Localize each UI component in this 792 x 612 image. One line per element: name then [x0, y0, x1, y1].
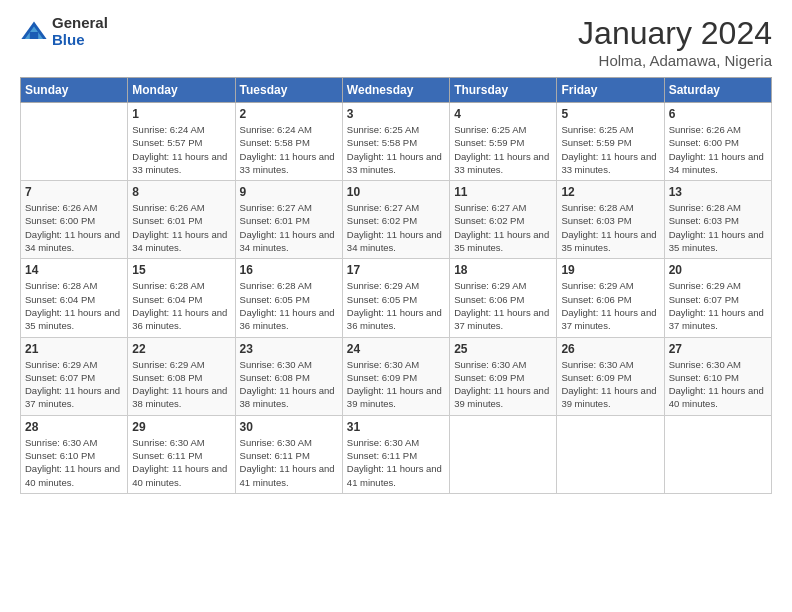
logo-icon: [20, 18, 48, 46]
day-cell-2-3: 17Sunrise: 6:29 AM Sunset: 6:05 PM Dayli…: [342, 259, 449, 337]
week-row-2: 14Sunrise: 6:28 AM Sunset: 6:04 PM Dayli…: [21, 259, 772, 337]
day-number-4-2: 30: [240, 420, 338, 434]
day-cell-1-6: 13Sunrise: 6:28 AM Sunset: 6:03 PM Dayli…: [664, 181, 771, 259]
header-sunday: Sunday: [21, 78, 128, 103]
day-number-2-5: 19: [561, 263, 659, 277]
header-friday: Friday: [557, 78, 664, 103]
day-cell-3-1: 22Sunrise: 6:29 AM Sunset: 6:08 PM Dayli…: [128, 337, 235, 415]
svg-rect-2: [30, 32, 38, 39]
day-number-0-2: 2: [240, 107, 338, 121]
day-detail-1-1: Sunrise: 6:26 AM Sunset: 6:01 PM Dayligh…: [132, 201, 230, 254]
header-thursday: Thursday: [450, 78, 557, 103]
day-cell-4-3: 31Sunrise: 6:30 AM Sunset: 6:11 PM Dayli…: [342, 415, 449, 493]
day-number-1-6: 13: [669, 185, 767, 199]
day-cell-4-1: 29Sunrise: 6:30 AM Sunset: 6:11 PM Dayli…: [128, 415, 235, 493]
logo-text: General Blue: [52, 15, 108, 48]
day-cell-0-0: [21, 103, 128, 181]
day-cell-0-2: 2Sunrise: 6:24 AM Sunset: 5:58 PM Daylig…: [235, 103, 342, 181]
day-cell-2-2: 16Sunrise: 6:28 AM Sunset: 6:05 PM Dayli…: [235, 259, 342, 337]
day-detail-1-2: Sunrise: 6:27 AM Sunset: 6:01 PM Dayligh…: [240, 201, 338, 254]
day-cell-0-1: 1Sunrise: 6:24 AM Sunset: 5:57 PM Daylig…: [128, 103, 235, 181]
calendar-subtitle: Holma, Adamawa, Nigeria: [578, 52, 772, 69]
day-number-0-5: 5: [561, 107, 659, 121]
day-number-1-3: 10: [347, 185, 445, 199]
day-cell-3-3: 24Sunrise: 6:30 AM Sunset: 6:09 PM Dayli…: [342, 337, 449, 415]
day-detail-4-2: Sunrise: 6:30 AM Sunset: 6:11 PM Dayligh…: [240, 436, 338, 489]
day-cell-0-3: 3Sunrise: 6:25 AM Sunset: 5:58 PM Daylig…: [342, 103, 449, 181]
day-number-2-0: 14: [25, 263, 123, 277]
logo-general-text: General: [52, 15, 108, 32]
day-detail-2-4: Sunrise: 6:29 AM Sunset: 6:06 PM Dayligh…: [454, 279, 552, 332]
header-saturday: Saturday: [664, 78, 771, 103]
logo-blue-text: Blue: [52, 32, 108, 49]
day-cell-3-6: 27Sunrise: 6:30 AM Sunset: 6:10 PM Dayli…: [664, 337, 771, 415]
day-detail-0-2: Sunrise: 6:24 AM Sunset: 5:58 PM Dayligh…: [240, 123, 338, 176]
day-detail-3-5: Sunrise: 6:30 AM Sunset: 6:09 PM Dayligh…: [561, 358, 659, 411]
day-number-1-1: 8: [132, 185, 230, 199]
day-detail-1-3: Sunrise: 6:27 AM Sunset: 6:02 PM Dayligh…: [347, 201, 445, 254]
header: General Blue January 2024 Holma, Adamawa…: [20, 15, 772, 69]
day-cell-2-0: 14Sunrise: 6:28 AM Sunset: 6:04 PM Dayli…: [21, 259, 128, 337]
day-number-4-3: 31: [347, 420, 445, 434]
day-number-1-4: 11: [454, 185, 552, 199]
day-cell-0-6: 6Sunrise: 6:26 AM Sunset: 6:00 PM Daylig…: [664, 103, 771, 181]
day-cell-2-1: 15Sunrise: 6:28 AM Sunset: 6:04 PM Dayli…: [128, 259, 235, 337]
day-number-3-0: 21: [25, 342, 123, 356]
day-cell-2-5: 19Sunrise: 6:29 AM Sunset: 6:06 PM Dayli…: [557, 259, 664, 337]
day-number-1-0: 7: [25, 185, 123, 199]
day-detail-1-4: Sunrise: 6:27 AM Sunset: 6:02 PM Dayligh…: [454, 201, 552, 254]
day-number-4-1: 29: [132, 420, 230, 434]
day-number-0-1: 1: [132, 107, 230, 121]
page: General Blue January 2024 Holma, Adamawa…: [0, 0, 792, 612]
day-detail-3-3: Sunrise: 6:30 AM Sunset: 6:09 PM Dayligh…: [347, 358, 445, 411]
day-detail-0-3: Sunrise: 6:25 AM Sunset: 5:58 PM Dayligh…: [347, 123, 445, 176]
day-cell-4-4: [450, 415, 557, 493]
day-number-2-4: 18: [454, 263, 552, 277]
day-cell-1-3: 10Sunrise: 6:27 AM Sunset: 6:02 PM Dayli…: [342, 181, 449, 259]
day-detail-2-0: Sunrise: 6:28 AM Sunset: 6:04 PM Dayligh…: [25, 279, 123, 332]
day-number-3-4: 25: [454, 342, 552, 356]
day-number-3-3: 24: [347, 342, 445, 356]
day-cell-3-5: 26Sunrise: 6:30 AM Sunset: 6:09 PM Dayli…: [557, 337, 664, 415]
day-cell-0-4: 4Sunrise: 6:25 AM Sunset: 5:59 PM Daylig…: [450, 103, 557, 181]
day-detail-2-1: Sunrise: 6:28 AM Sunset: 6:04 PM Dayligh…: [132, 279, 230, 332]
day-number-2-2: 16: [240, 263, 338, 277]
day-cell-1-1: 8Sunrise: 6:26 AM Sunset: 6:01 PM Daylig…: [128, 181, 235, 259]
day-number-1-2: 9: [240, 185, 338, 199]
day-detail-2-6: Sunrise: 6:29 AM Sunset: 6:07 PM Dayligh…: [669, 279, 767, 332]
week-row-1: 7Sunrise: 6:26 AM Sunset: 6:00 PM Daylig…: [21, 181, 772, 259]
calendar-header-row: Sunday Monday Tuesday Wednesday Thursday…: [21, 78, 772, 103]
day-number-2-1: 15: [132, 263, 230, 277]
week-row-4: 28Sunrise: 6:30 AM Sunset: 6:10 PM Dayli…: [21, 415, 772, 493]
day-number-3-5: 26: [561, 342, 659, 356]
header-wednesday: Wednesday: [342, 78, 449, 103]
day-detail-0-1: Sunrise: 6:24 AM Sunset: 5:57 PM Dayligh…: [132, 123, 230, 176]
day-detail-4-1: Sunrise: 6:30 AM Sunset: 6:11 PM Dayligh…: [132, 436, 230, 489]
day-detail-1-0: Sunrise: 6:26 AM Sunset: 6:00 PM Dayligh…: [25, 201, 123, 254]
day-detail-0-4: Sunrise: 6:25 AM Sunset: 5:59 PM Dayligh…: [454, 123, 552, 176]
title-block: January 2024 Holma, Adamawa, Nigeria: [578, 15, 772, 69]
day-cell-1-5: 12Sunrise: 6:28 AM Sunset: 6:03 PM Dayli…: [557, 181, 664, 259]
day-cell-4-2: 30Sunrise: 6:30 AM Sunset: 6:11 PM Dayli…: [235, 415, 342, 493]
day-cell-1-0: 7Sunrise: 6:26 AM Sunset: 6:00 PM Daylig…: [21, 181, 128, 259]
day-detail-3-2: Sunrise: 6:30 AM Sunset: 6:08 PM Dayligh…: [240, 358, 338, 411]
day-detail-2-2: Sunrise: 6:28 AM Sunset: 6:05 PM Dayligh…: [240, 279, 338, 332]
day-cell-2-6: 20Sunrise: 6:29 AM Sunset: 6:07 PM Dayli…: [664, 259, 771, 337]
day-cell-0-5: 5Sunrise: 6:25 AM Sunset: 5:59 PM Daylig…: [557, 103, 664, 181]
day-detail-2-5: Sunrise: 6:29 AM Sunset: 6:06 PM Dayligh…: [561, 279, 659, 332]
day-number-2-3: 17: [347, 263, 445, 277]
header-tuesday: Tuesday: [235, 78, 342, 103]
day-number-3-2: 23: [240, 342, 338, 356]
day-detail-1-6: Sunrise: 6:28 AM Sunset: 6:03 PM Dayligh…: [669, 201, 767, 254]
day-number-1-5: 12: [561, 185, 659, 199]
day-detail-3-4: Sunrise: 6:30 AM Sunset: 6:09 PM Dayligh…: [454, 358, 552, 411]
day-detail-3-1: Sunrise: 6:29 AM Sunset: 6:08 PM Dayligh…: [132, 358, 230, 411]
day-cell-2-4: 18Sunrise: 6:29 AM Sunset: 6:06 PM Dayli…: [450, 259, 557, 337]
calendar-title: January 2024: [578, 15, 772, 52]
day-detail-0-6: Sunrise: 6:26 AM Sunset: 6:00 PM Dayligh…: [669, 123, 767, 176]
day-cell-3-4: 25Sunrise: 6:30 AM Sunset: 6:09 PM Dayli…: [450, 337, 557, 415]
day-cell-1-2: 9Sunrise: 6:27 AM Sunset: 6:01 PM Daylig…: [235, 181, 342, 259]
day-detail-1-5: Sunrise: 6:28 AM Sunset: 6:03 PM Dayligh…: [561, 201, 659, 254]
day-detail-4-0: Sunrise: 6:30 AM Sunset: 6:10 PM Dayligh…: [25, 436, 123, 489]
week-row-3: 21Sunrise: 6:29 AM Sunset: 6:07 PM Dayli…: [21, 337, 772, 415]
